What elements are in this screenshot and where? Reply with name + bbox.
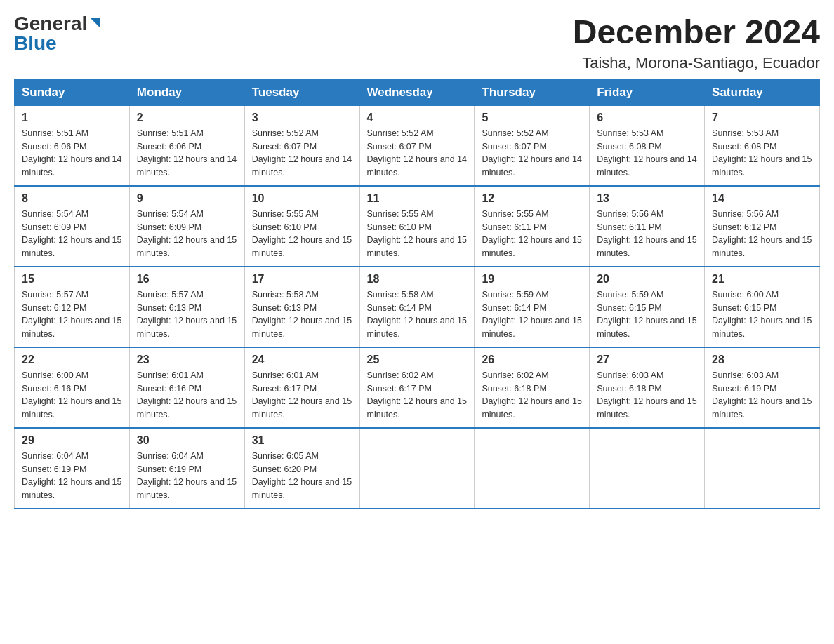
day-info: Sunrise: 6:05 AM Sunset: 6:20 PM Dayligh… xyxy=(252,450,352,502)
day-number: 18 xyxy=(367,273,468,286)
calendar-table: SundayMondayTuesdayWednesdayThursdayFrid… xyxy=(14,79,820,509)
day-info: Sunrise: 5:57 AM Sunset: 6:13 PM Dayligh… xyxy=(137,288,237,341)
column-header-friday: Friday xyxy=(590,79,705,105)
day-info: Sunrise: 6:04 AM Sunset: 6:19 PM Dayligh… xyxy=(137,450,237,502)
calendar-cell: 7 Sunrise: 5:53 AM Sunset: 6:08 PM Dayli… xyxy=(705,105,820,186)
calendar-cell: 9 Sunrise: 5:54 AM Sunset: 6:09 PM Dayli… xyxy=(129,186,244,267)
day-number: 22 xyxy=(22,354,122,366)
day-info: Sunrise: 5:51 AM Sunset: 6:06 PM Dayligh… xyxy=(137,127,237,180)
calendar-cell: 12 Sunrise: 5:55 AM Sunset: 6:11 PM Dayl… xyxy=(475,186,590,267)
calendar-week-row: 22 Sunrise: 6:00 AM Sunset: 6:16 PM Dayl… xyxy=(15,347,820,428)
day-info: Sunrise: 5:59 AM Sunset: 6:14 PM Dayligh… xyxy=(482,288,582,341)
month-title: December 2024 xyxy=(573,14,820,51)
calendar-cell: 23 Sunrise: 6:01 AM Sunset: 6:16 PM Dayl… xyxy=(129,347,244,428)
day-number: 20 xyxy=(597,273,697,286)
day-number: 4 xyxy=(367,112,468,124)
day-info: Sunrise: 5:57 AM Sunset: 6:12 PM Dayligh… xyxy=(22,288,122,341)
day-info: Sunrise: 5:52 AM Sunset: 6:07 PM Dayligh… xyxy=(367,127,468,180)
day-info: Sunrise: 5:56 AM Sunset: 6:12 PM Dayligh… xyxy=(712,208,812,260)
calendar-cell: 16 Sunrise: 5:57 AM Sunset: 6:13 PM Dayl… xyxy=(129,267,244,347)
day-info: Sunrise: 6:00 AM Sunset: 6:16 PM Dayligh… xyxy=(22,369,122,422)
day-info: Sunrise: 5:55 AM Sunset: 6:10 PM Dayligh… xyxy=(252,208,352,260)
column-header-sunday: Sunday xyxy=(15,79,130,105)
calendar-cell xyxy=(359,428,475,509)
day-number: 1 xyxy=(22,112,122,124)
day-info: Sunrise: 5:59 AM Sunset: 6:15 PM Dayligh… xyxy=(597,288,697,341)
day-info: Sunrise: 6:01 AM Sunset: 6:17 PM Dayligh… xyxy=(252,369,352,422)
day-number: 16 xyxy=(137,273,237,286)
calendar-cell: 11 Sunrise: 5:55 AM Sunset: 6:10 PM Dayl… xyxy=(359,186,475,267)
day-info: Sunrise: 5:53 AM Sunset: 6:08 PM Dayligh… xyxy=(712,127,812,180)
day-number: 26 xyxy=(482,354,582,366)
calendar-cell: 1 Sunrise: 5:51 AM Sunset: 6:06 PM Dayli… xyxy=(15,105,130,186)
column-header-thursday: Thursday xyxy=(475,79,590,105)
calendar-cell: 20 Sunrise: 5:59 AM Sunset: 6:15 PM Dayl… xyxy=(590,267,705,347)
day-number: 23 xyxy=(137,354,237,366)
calendar-cell: 21 Sunrise: 6:00 AM Sunset: 6:15 PM Dayl… xyxy=(705,267,820,347)
calendar-cell: 28 Sunrise: 6:03 AM Sunset: 6:19 PM Dayl… xyxy=(705,347,820,428)
day-info: Sunrise: 5:54 AM Sunset: 6:09 PM Dayligh… xyxy=(137,208,237,260)
day-number: 9 xyxy=(137,192,237,205)
day-info: Sunrise: 5:52 AM Sunset: 6:07 PM Dayligh… xyxy=(482,127,582,180)
calendar-cell: 19 Sunrise: 5:59 AM Sunset: 6:14 PM Dayl… xyxy=(475,267,590,347)
calendar-cell: 26 Sunrise: 6:02 AM Sunset: 6:18 PM Dayl… xyxy=(475,347,590,428)
calendar-cell: 30 Sunrise: 6:04 AM Sunset: 6:19 PM Dayl… xyxy=(129,428,244,509)
day-info: Sunrise: 5:52 AM Sunset: 6:07 PM Dayligh… xyxy=(252,127,352,180)
logo-general: General xyxy=(14,14,87,34)
day-info: Sunrise: 5:58 AM Sunset: 6:14 PM Dayligh… xyxy=(367,288,468,341)
day-info: Sunrise: 5:51 AM Sunset: 6:06 PM Dayligh… xyxy=(22,127,122,180)
day-info: Sunrise: 6:02 AM Sunset: 6:17 PM Dayligh… xyxy=(367,369,468,422)
day-number: 6 xyxy=(597,112,697,124)
column-header-monday: Monday xyxy=(129,79,244,105)
day-info: Sunrise: 5:58 AM Sunset: 6:13 PM Dayligh… xyxy=(252,288,352,341)
column-header-tuesday: Tuesday xyxy=(244,79,359,105)
svg-marker-0 xyxy=(90,18,100,27)
day-number: 21 xyxy=(712,273,812,286)
logo: General Blue xyxy=(14,14,101,53)
day-number: 2 xyxy=(137,112,237,124)
logo-blue: Blue xyxy=(14,32,57,54)
page-header: General Blue December 2024 Taisha, Moron… xyxy=(14,14,820,72)
column-header-saturday: Saturday xyxy=(705,79,820,105)
day-info: Sunrise: 6:02 AM Sunset: 6:18 PM Dayligh… xyxy=(482,369,582,422)
calendar-cell: 4 Sunrise: 5:52 AM Sunset: 6:07 PM Dayli… xyxy=(359,105,475,186)
day-number: 15 xyxy=(22,273,122,286)
calendar-cell: 6 Sunrise: 5:53 AM Sunset: 6:08 PM Dayli… xyxy=(590,105,705,186)
calendar-week-row: 15 Sunrise: 5:57 AM Sunset: 6:12 PM Dayl… xyxy=(15,267,820,347)
calendar-cell: 2 Sunrise: 5:51 AM Sunset: 6:06 PM Dayli… xyxy=(129,105,244,186)
day-number: 27 xyxy=(597,354,697,366)
logo-triangle-icon xyxy=(88,16,101,29)
day-info: Sunrise: 5:56 AM Sunset: 6:11 PM Dayligh… xyxy=(597,208,697,260)
day-number: 30 xyxy=(137,434,237,447)
day-info: Sunrise: 6:03 AM Sunset: 6:18 PM Dayligh… xyxy=(597,369,697,422)
calendar-cell: 24 Sunrise: 6:01 AM Sunset: 6:17 PM Dayl… xyxy=(244,347,359,428)
calendar-cell: 29 Sunrise: 6:04 AM Sunset: 6:19 PM Dayl… xyxy=(15,428,130,509)
calendar-cell: 10 Sunrise: 5:55 AM Sunset: 6:10 PM Dayl… xyxy=(244,186,359,267)
day-number: 29 xyxy=(22,434,122,447)
calendar-week-row: 1 Sunrise: 5:51 AM Sunset: 6:06 PM Dayli… xyxy=(15,105,820,186)
calendar-cell: 17 Sunrise: 5:58 AM Sunset: 6:13 PM Dayl… xyxy=(244,267,359,347)
day-number: 24 xyxy=(252,354,352,366)
day-number: 11 xyxy=(367,192,468,205)
day-number: 19 xyxy=(482,273,582,286)
day-number: 28 xyxy=(712,354,812,366)
title-area: December 2024 Taisha, Morona-Santiago, E… xyxy=(573,14,820,72)
calendar-cell: 13 Sunrise: 5:56 AM Sunset: 6:11 PM Dayl… xyxy=(590,186,705,267)
calendar-header-row: SundayMondayTuesdayWednesdayThursdayFrid… xyxy=(15,79,820,105)
calendar-week-row: 8 Sunrise: 5:54 AM Sunset: 6:09 PM Dayli… xyxy=(15,186,820,267)
day-info: Sunrise: 5:54 AM Sunset: 6:09 PM Dayligh… xyxy=(22,208,122,260)
calendar-cell: 27 Sunrise: 6:03 AM Sunset: 6:18 PM Dayl… xyxy=(590,347,705,428)
day-number: 8 xyxy=(22,192,122,205)
calendar-cell: 25 Sunrise: 6:02 AM Sunset: 6:17 PM Dayl… xyxy=(359,347,475,428)
day-number: 3 xyxy=(252,112,352,124)
day-info: Sunrise: 6:01 AM Sunset: 6:16 PM Dayligh… xyxy=(137,369,237,422)
calendar-cell xyxy=(705,428,820,509)
day-number: 31 xyxy=(252,434,352,447)
day-info: Sunrise: 6:03 AM Sunset: 6:19 PM Dayligh… xyxy=(712,369,812,422)
day-number: 25 xyxy=(367,354,468,366)
day-number: 10 xyxy=(252,192,352,205)
calendar-cell: 31 Sunrise: 6:05 AM Sunset: 6:20 PM Dayl… xyxy=(244,428,359,509)
calendar-cell xyxy=(590,428,705,509)
day-number: 14 xyxy=(712,192,812,205)
calendar-cell: 5 Sunrise: 5:52 AM Sunset: 6:07 PM Dayli… xyxy=(475,105,590,186)
